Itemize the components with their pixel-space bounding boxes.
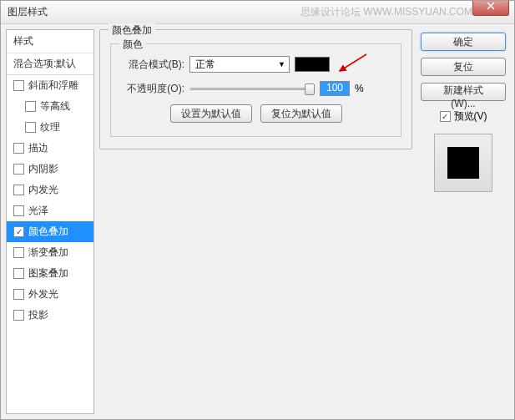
titlebar: 图层样式 思缘设计论坛 WWW.MISSYUAN.COM <box>1 1 514 24</box>
opacity-unit: % <box>355 83 364 94</box>
style-item-2[interactable]: 纹理 <box>7 117 93 138</box>
color-overlay-fieldset: 颜色叠加 颜色 混合模式(B): 正常 ▼ 不透明度(O): <box>99 29 412 149</box>
list-item-label: 投影 <box>28 308 48 322</box>
opacity-row: 不透明度(O): 100 % <box>121 81 391 96</box>
style-item-0[interactable]: 斜面和浮雕 <box>7 75 93 96</box>
reset-button[interactable]: 复位 <box>421 58 506 76</box>
style-item-1[interactable]: 等高线 <box>7 96 93 117</box>
styles-header: 样式 <box>7 30 93 53</box>
style-checkbox[interactable] <box>13 268 24 279</box>
list-item-label: 内阴影 <box>28 162 58 176</box>
dialog-title: 图层样式 <box>8 5 48 19</box>
list-item-label: 描边 <box>28 141 48 155</box>
action-panel: 确定 复位 新建样式(W)... 预览(V) <box>417 29 509 414</box>
style-item-4[interactable]: 内阴影 <box>7 159 93 180</box>
list-item-label: 斜面和浮雕 <box>28 78 78 93</box>
defaults-button-row: 设置为默认值 复位为默认值 <box>121 104 391 123</box>
reset-default-button[interactable]: 复位为默认值 <box>260 104 342 123</box>
preview-box <box>434 134 492 192</box>
list-item-label: 外发光 <box>28 287 58 301</box>
style-item-9[interactable]: 图案叠加 <box>7 263 93 284</box>
ok-button[interactable]: 确定 <box>421 33 506 51</box>
style-checkbox[interactable] <box>13 226 24 237</box>
style-checkbox[interactable] <box>13 247 24 258</box>
styles-panel: 样式 混合选项:默认 斜面和浮雕等高线纹理描边内阴影内发光光泽颜色叠加渐变叠加图… <box>6 29 94 414</box>
preview-label: 预览(V) <box>454 109 487 124</box>
list-item-label: 渐变叠加 <box>28 245 68 260</box>
opacity-input[interactable]: 100 <box>320 81 350 96</box>
inner-fieldset-title: 颜色 <box>119 38 146 52</box>
preview-swatch <box>447 147 479 179</box>
slider-thumb[interactable] <box>305 83 315 95</box>
style-item-7[interactable]: 颜色叠加 <box>7 221 93 242</box>
list-item-label: 混合选项:默认 <box>13 57 76 71</box>
slider-track-bar <box>189 88 315 90</box>
style-checkbox[interactable] <box>13 143 24 154</box>
blend-mode-label: 混合模式(B): <box>121 58 184 72</box>
color-swatch[interactable] <box>295 57 330 72</box>
style-checkbox[interactable] <box>13 80 24 91</box>
close-icon <box>487 2 495 10</box>
style-item-11[interactable]: 投影 <box>7 305 93 326</box>
style-checkbox[interactable] <box>25 122 36 133</box>
dialog-content: 样式 混合选项:默认 斜面和浮雕等高线纹理描边内阴影内发光光泽颜色叠加渐变叠加图… <box>1 24 514 419</box>
list-item-label: 颜色叠加 <box>28 225 68 239</box>
layer-style-dialog: 图层样式 思缘设计论坛 WWW.MISSYUAN.COM 样式 混合选项:默认 … <box>0 0 515 420</box>
style-item-10[interactable]: 外发光 <box>7 284 93 305</box>
style-item-3[interactable]: 描边 <box>7 138 93 159</box>
style-checkbox[interactable] <box>13 310 24 321</box>
blend-mode-value: 正常 <box>195 58 215 72</box>
chevron-down-icon: ▼ <box>278 60 285 68</box>
list-item-label: 光泽 <box>28 204 48 218</box>
opacity-slider[interactable] <box>189 83 315 94</box>
list-item-label: 等高线 <box>40 99 70 114</box>
set-default-button[interactable]: 设置为默认值 <box>170 104 252 123</box>
watermark-text: 思缘设计论坛 WWW.MISSYUAN.COM <box>300 5 472 19</box>
close-button[interactable] <box>472 1 509 16</box>
blend-mode-row: 混合模式(B): 正常 ▼ <box>121 56 391 73</box>
settings-panel: 颜色叠加 颜色 混合模式(B): 正常 ▼ 不透明度(O): <box>99 29 412 414</box>
style-list: 混合选项:默认 斜面和浮雕等高线纹理描边内阴影内发光光泽颜色叠加渐变叠加图案叠加… <box>7 53 93 413</box>
opacity-label: 不透明度(O): <box>121 82 184 96</box>
list-item-label: 内发光 <box>28 183 58 197</box>
style-checkbox[interactable] <box>13 164 24 175</box>
style-checkbox[interactable] <box>25 101 36 112</box>
list-item-label: 纹理 <box>40 120 60 134</box>
style-item-8[interactable]: 渐变叠加 <box>7 242 93 263</box>
style-item-5[interactable]: 内发光 <box>7 180 93 200</box>
style-checkbox[interactable] <box>13 205 24 216</box>
preview-checkbox-row[interactable]: 预览(V) <box>440 109 487 124</box>
list-item-label: 图案叠加 <box>28 266 68 281</box>
fieldset-title: 颜色叠加 <box>109 23 155 38</box>
new-style-button[interactable]: 新建样式(W)... <box>421 83 506 101</box>
color-fieldset: 颜色 混合模式(B): 正常 ▼ 不透明度(O): <box>110 43 401 137</box>
blend-options-default[interactable]: 混合选项:默认 <box>7 53 93 75</box>
style-item-6[interactable]: 光泽 <box>7 200 93 221</box>
blend-mode-dropdown[interactable]: 正常 ▼ <box>189 56 290 73</box>
preview-checkbox[interactable] <box>440 111 451 122</box>
style-checkbox[interactable] <box>13 289 24 300</box>
style-checkbox[interactable] <box>13 185 24 195</box>
